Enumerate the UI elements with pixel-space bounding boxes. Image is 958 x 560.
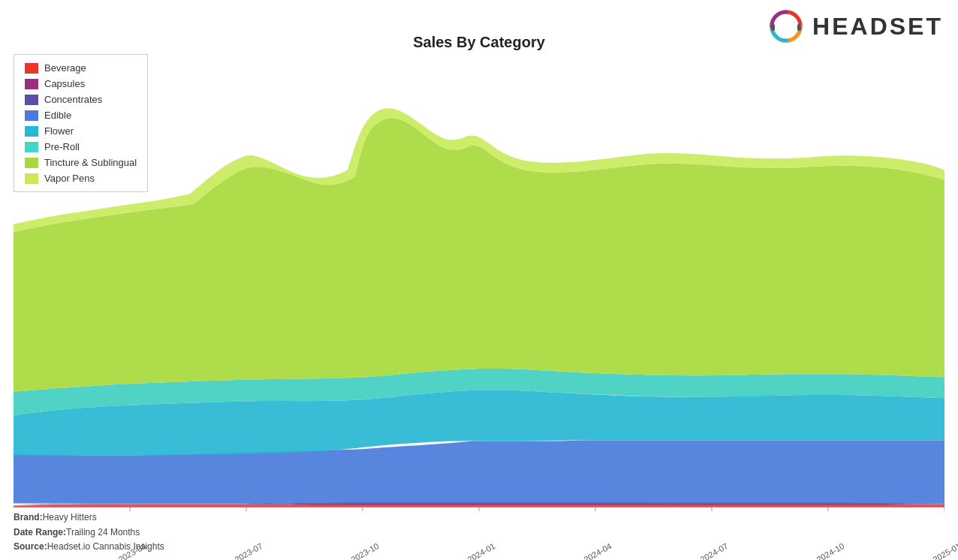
footer-source: Source:Headset.io Cannabis Insights <box>14 540 164 554</box>
legend-label-capsules: Capsules <box>44 78 85 89</box>
chart-area: 2023-04 2023-07 2023-10 2024-01 2024-04 … <box>14 49 944 511</box>
legend-label-flower: Flower <box>44 125 74 137</box>
x-label-apr2024: 2024-04 <box>583 541 613 560</box>
legend-item-edible: Edible <box>25 110 137 121</box>
legend-swatch-vapor <box>25 173 38 184</box>
footer-brand-label: Brand: <box>14 512 43 522</box>
footer-info: Brand:Heavy Hitters Date Range:Trailing … <box>14 510 164 554</box>
legend-label-vapor: Vapor Pens <box>44 173 95 184</box>
legend-swatch-flower <box>25 126 38 137</box>
chart-legend: Beverage Capsules Concentrates Edible Fl… <box>14 54 148 192</box>
footer-daterange: Date Range:Trailing 24 Months <box>14 525 164 540</box>
legend-swatch-concentrates <box>25 95 38 105</box>
legend-item-capsules: Capsules <box>25 78 137 89</box>
legend-item-vapor: Vapor Pens <box>25 173 137 184</box>
legend-item-beverage: Beverage <box>25 62 137 74</box>
svg-rect-1 <box>771 24 775 31</box>
legend-item-preroll: Pre-Roll <box>25 141 137 152</box>
page-container: HEADSET Sales By Category Beverage Capsu… <box>0 0 958 560</box>
svg-rect-2 <box>797 24 801 31</box>
legend-label-preroll: Pre-Roll <box>44 141 80 152</box>
x-label-jul2024: 2024-07 <box>699 541 730 560</box>
x-label-jan2025: 2025-01 <box>932 541 958 560</box>
legend-label-edible: Edible <box>44 110 71 121</box>
legend-label-beverage: Beverage <box>44 62 86 74</box>
legend-swatch-tincture <box>25 158 38 168</box>
footer-source-label: Source: <box>14 541 47 552</box>
x-label-oct2023: 2023-10 <box>350 541 381 560</box>
legend-swatch-beverage <box>25 63 38 74</box>
footer-brand-value: Heavy Hitters <box>43 512 97 522</box>
x-label-jan2024: 2024-01 <box>466 541 497 560</box>
legend-item-flower: Flower <box>25 125 137 137</box>
legend-swatch-edible <box>25 110 38 121</box>
chart-svg <box>14 49 944 511</box>
legend-item-tincture: Tincture & Sublingual <box>25 157 137 168</box>
legend-swatch-preroll <box>25 142 38 152</box>
footer-daterange-value: Trailing 24 Months <box>66 527 140 537</box>
legend-label-concentrates: Concentrates <box>44 94 102 105</box>
x-label-oct2024: 2024-10 <box>815 541 846 560</box>
legend-swatch-capsules <box>25 79 38 89</box>
footer-daterange-label: Date Range: <box>14 527 66 537</box>
footer-brand: Brand:Heavy Hitters <box>14 510 164 525</box>
x-label-jul2023: 2023-07 <box>233 541 264 560</box>
footer-source-value: Headset.io Cannabis Insights <box>47 541 164 552</box>
legend-label-tincture: Tincture & Sublingual <box>44 157 137 168</box>
legend-item-concentrates: Concentrates <box>25 94 137 105</box>
